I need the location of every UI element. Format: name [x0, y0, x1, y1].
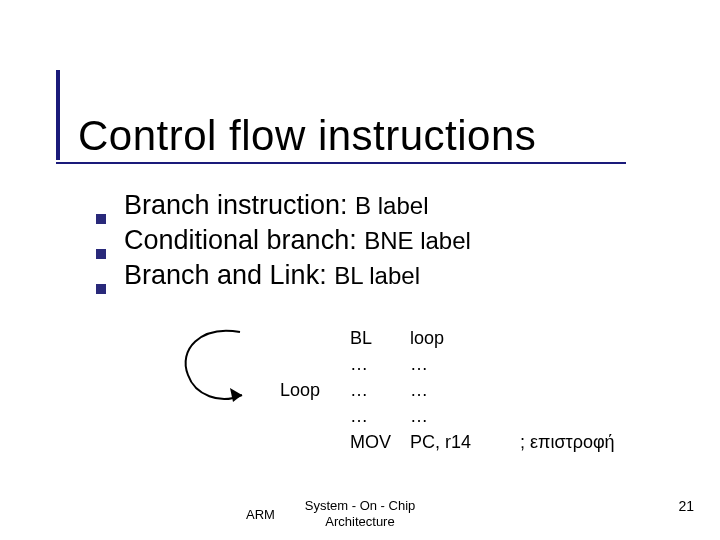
code-col-b: loop — [410, 328, 520, 349]
code-col-b: … — [410, 406, 520, 427]
svg-marker-0 — [230, 388, 242, 402]
bullet-text: Branch and Link: — [124, 260, 334, 290]
slide: Control flow instructions Branch instruc… — [0, 0, 720, 540]
loop-arrow-icon — [170, 320, 260, 410]
code-block: BL loop … … Loop … … … … MOV PC, r14 ; ε… — [280, 325, 680, 455]
slide-title: Control flow instructions — [78, 112, 536, 160]
bullet-list: Branch instruction: B label Conditional … — [96, 190, 471, 295]
footer-left: ARM — [246, 507, 275, 522]
bullet-code: B label — [355, 192, 428, 219]
footer-center: System - On - Chip Architecture — [305, 498, 416, 529]
code-row: BL loop — [280, 325, 680, 351]
footer-center-line1: System - On - Chip — [305, 498, 416, 514]
code-col-b: … — [410, 354, 520, 375]
bullet-icon — [96, 284, 106, 294]
code-col-c: ; επιστροφή — [520, 432, 680, 453]
code-col-b: … — [410, 380, 520, 401]
title-underline — [56, 162, 626, 164]
bullet-item: Branch and Link: BL label — [96, 260, 471, 291]
code-col-a: … — [350, 380, 410, 401]
bullet-item: Branch instruction: B label — [96, 190, 471, 221]
bullet-icon — [96, 249, 106, 259]
page-number: 21 — [678, 498, 694, 514]
accent-bar — [56, 70, 60, 160]
footer-center-line2: Architecture — [305, 514, 416, 530]
code-col-b: PC, r14 — [410, 432, 520, 453]
code-col-a: BL — [350, 328, 410, 349]
code-label: Loop — [280, 380, 350, 401]
code-row: Loop … … — [280, 377, 680, 403]
bullet-icon — [96, 214, 106, 224]
bullet-item: Conditional branch: BNE label — [96, 225, 471, 256]
bullet-text: Conditional branch: — [124, 225, 364, 255]
code-row: … … — [280, 403, 680, 429]
title-wrap: Control flow instructions — [56, 70, 536, 160]
bullet-code: BL label — [334, 262, 420, 289]
code-row: … … — [280, 351, 680, 377]
bullet-text: Branch instruction: — [124, 190, 355, 220]
code-col-a: MOV — [350, 432, 410, 453]
bullet-code: BNE label — [364, 227, 471, 254]
code-row: MOV PC, r14 ; επιστροφή — [280, 429, 680, 455]
code-col-a: … — [350, 354, 410, 375]
code-col-a: … — [350, 406, 410, 427]
